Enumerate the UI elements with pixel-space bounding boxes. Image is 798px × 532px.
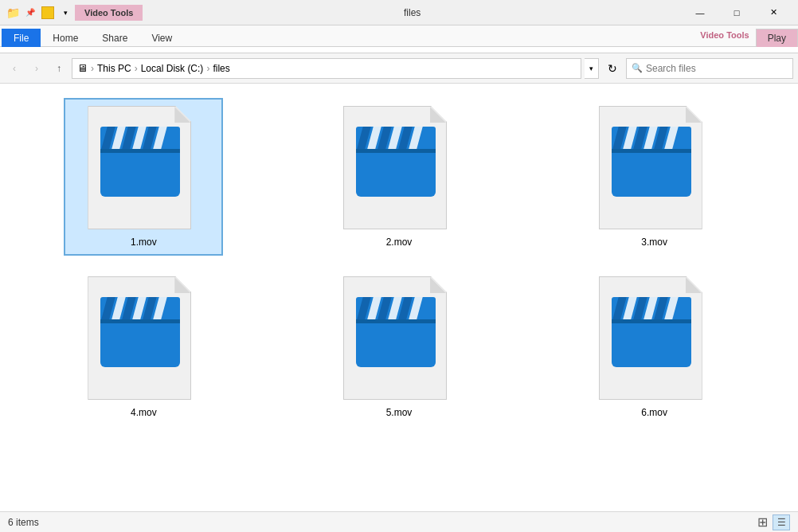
clapper-top — [100, 297, 180, 319]
clapper-icon — [356, 297, 436, 367]
file-item[interactable]: 1.mov — [64, 98, 223, 256]
search-bar: 🔍 — [626, 58, 793, 79]
clapper-stripes — [357, 127, 423, 149]
filename: 3.mov — [641, 237, 667, 248]
ribbon: File Home Share View Video Tools Play — [0, 25, 798, 53]
item-count: 6 items — [8, 517, 39, 528]
clapper-bottom — [100, 323, 180, 367]
document-background — [599, 106, 702, 229]
view-buttons: ⊞ ☰ — [753, 514, 790, 530]
folder-icon — [41, 6, 54, 19]
large-icons-view-button[interactable]: ⊞ — [753, 514, 771, 530]
clapper-top — [612, 127, 691, 149]
tab-file[interactable]: File — [2, 29, 41, 47]
clapper-bottom — [356, 323, 436, 367]
clapper-bottom — [612, 323, 691, 367]
down-arrow-icon: ▾ — [59, 6, 72, 19]
breadcrumb-sep-1: › — [91, 63, 94, 74]
breadcrumb-local-disk[interactable]: Local Disk (C:) — [141, 63, 204, 74]
document-background — [343, 106, 447, 229]
search-icon: 🔍 — [632, 63, 643, 73]
refresh-button[interactable]: ↻ — [602, 58, 623, 79]
breadcrumb-files[interactable]: files — [213, 63, 229, 74]
tab-share[interactable]: Share — [90, 29, 139, 47]
ribbon-tabs: File Home Share View Video Tools Play — [0, 25, 798, 46]
clapper-icon — [100, 127, 180, 197]
document-background — [343, 276, 447, 400]
clapper-stripes — [102, 127, 168, 149]
file-icon — [88, 106, 199, 233]
file-icon — [599, 276, 710, 404]
close-button[interactable]: ✕ — [755, 0, 792, 25]
file-icon — [343, 106, 455, 233]
ribbon-content — [0, 46, 798, 53]
filename: 5.mov — [386, 407, 413, 418]
clapper-stripes — [612, 127, 679, 149]
clapper-stripes — [612, 297, 679, 319]
clapper-bottom — [356, 153, 436, 197]
clapper-top — [100, 127, 180, 149]
tab-view[interactable]: View — [139, 29, 184, 47]
file-item[interactable]: 3.mov — [575, 98, 734, 256]
quick-access-icon: 📁 — [6, 6, 19, 19]
filename: 6.mov — [641, 407, 667, 418]
clapper-icon — [356, 127, 436, 197]
main-content: 1.mov — [0, 84, 798, 511]
file-item[interactable]: 6.mov — [575, 268, 734, 426]
up-button[interactable]: ↑ — [49, 59, 68, 78]
window-controls: — □ ✕ — [682, 0, 792, 25]
maximize-button[interactable]: □ — [718, 0, 755, 25]
titlebar-icons: 📁 📌 ▾ — [6, 6, 72, 19]
clapper-stripes — [357, 297, 423, 319]
video-tools-tab-label: Video Tools — [694, 27, 755, 43]
window-title: files — [146, 7, 679, 18]
clapper-icon — [100, 297, 180, 367]
breadcrumb-home-icon: 🖥 — [77, 62, 88, 74]
file-icon — [599, 106, 710, 233]
file-item[interactable]: 4.mov — [64, 268, 223, 426]
clapper-bottom — [100, 153, 180, 197]
file-icon — [88, 276, 199, 404]
breadcrumb-this-pc[interactable]: This PC — [97, 63, 131, 74]
document-background — [599, 276, 702, 400]
file-item[interactable]: 5.mov — [319, 268, 479, 426]
filename: 2.mov — [386, 237, 413, 248]
breadcrumb-bar[interactable]: 🖥 › This PC › Local Disk (C:) › files — [72, 58, 581, 79]
clapper-top — [612, 297, 691, 319]
file-grid: 1.mov — [0, 84, 798, 511]
file-item[interactable]: 2.mov — [319, 98, 479, 256]
clapper-bottom — [612, 153, 691, 197]
address-dropdown-button[interactable]: ▾ — [585, 58, 599, 79]
search-input[interactable] — [646, 63, 788, 74]
addressbar: ‹ › ↑ 🖥 › This PC › Local Disk (C:) › fi… — [0, 53, 798, 84]
tab-home[interactable]: Home — [41, 29, 90, 47]
breadcrumb-sep-2: › — [135, 63, 138, 74]
titlebar: 📁 📌 ▾ Video Tools files — □ ✕ — [0, 0, 798, 25]
details-view-button[interactable]: ☰ — [773, 514, 790, 530]
back-button[interactable]: ‹ — [5, 59, 24, 78]
clapper-stripes — [102, 297, 168, 319]
clapper-top — [356, 127, 436, 149]
filename: 4.mov — [131, 407, 157, 418]
breadcrumb-sep-3: › — [206, 63, 209, 74]
statusbar: 6 items ⊞ ☰ — [0, 511, 798, 532]
document-background — [88, 276, 191, 400]
filename: 1.mov — [131, 237, 157, 248]
file-icon — [343, 276, 455, 404]
minimize-button[interactable]: — — [682, 0, 718, 25]
forward-button[interactable]: › — [27, 59, 46, 78]
clapper-icon — [612, 297, 691, 367]
document-background — [88, 106, 191, 229]
clapper-top — [356, 297, 436, 319]
pin-icon: 📌 — [24, 6, 37, 19]
clapper-icon — [612, 127, 691, 197]
video-tools-label: Video Tools — [75, 5, 143, 21]
tab-play[interactable]: Play — [756, 29, 798, 47]
